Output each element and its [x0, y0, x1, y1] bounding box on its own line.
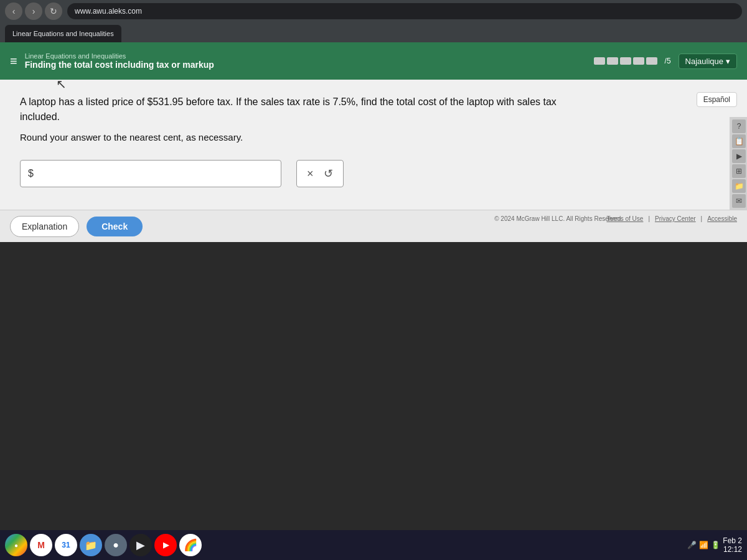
taskbar-youtube-icon[interactable]: ▶ [154, 534, 177, 556]
explanation-button[interactable]: Explanation [10, 216, 79, 237]
header-right: /5 Najaulique ▾ [594, 54, 737, 69]
dot-1 [594, 57, 605, 65]
header-title: Finding the total cost including tax or … [25, 60, 586, 70]
dot-2 [607, 57, 618, 65]
taskbar: ● M 31 📁 ● ▶ ▶ 🌈 🎤 📶 🔋 Feb 2 12:12 [0, 530, 747, 560]
help-icon[interactable]: ? [732, 119, 746, 133]
taskbar-files-icon[interactable]: 📁 [80, 534, 102, 556]
taskbar-calendar-icon[interactable]: 31 [55, 534, 77, 556]
terms-links: Terms of Use | Privacy Center | Accessib… [606, 215, 737, 222]
undo-button[interactable]: ↺ [324, 167, 333, 180]
menu-icon[interactable]: ≡ [10, 54, 17, 68]
round-text: Round your answer to the nearest cent, a… [20, 132, 727, 142]
taskbar-date: Feb 2 [723, 536, 742, 545]
taskbar-app-icon[interactable]: ● [105, 534, 127, 556]
taskbar-time: 12:12 [723, 545, 742, 554]
tab-label: Linear Equations and Inequalities [12, 30, 114, 37]
dot-5 [646, 57, 657, 65]
reload-button[interactable]: ↻ [45, 2, 62, 20]
battery-icon: 🔋 [711, 541, 720, 549]
folder-icon[interactable]: 📁 [732, 179, 746, 193]
answer-row: $ × ↺ [20, 160, 727, 187]
aleks-header: ≡ Linear Equations and Inequalities Find… [0, 42, 747, 80]
dollar-sign: $ [28, 168, 34, 179]
clear-button[interactable]: × [307, 167, 314, 180]
back-button[interactable]: ‹ [5, 2, 22, 20]
mic-icon: 🎤 [687, 541, 697, 549]
user-name: Najaulique [685, 57, 723, 66]
user-dropdown[interactable]: Najaulique ▾ [679, 54, 737, 69]
mail-icon[interactable]: ✉ [732, 194, 746, 208]
dot-3 [620, 57, 631, 65]
bottom-bar: Explanation Check © 2024 McGraw Hill LLC… [0, 210, 747, 242]
nav-buttons: ‹ › ↻ [5, 2, 62, 20]
taskbar-play-icon[interactable]: ▶ [129, 534, 152, 556]
notes-icon[interactable]: 📋 [732, 134, 746, 148]
accessible-link[interactable]: Accessible [707, 215, 737, 222]
header-subtitle: Linear Equations and Inequalities [25, 52, 586, 60]
privacy-link[interactable]: Privacy Center [655, 215, 696, 222]
active-tab[interactable]: Linear Equations and Inequalities [5, 25, 121, 42]
question-area: Español ? 📋 ▶ ⊞ 📁 ✉ A laptop has a liste… [0, 80, 747, 210]
tab-bar: Linear Equations and Inequalities [0, 22, 747, 42]
copyright-text: © 2024 McGraw Hill LLC. All Rights Reser… [494, 215, 622, 222]
url-text: www.awu.aleks.com [75, 7, 142, 16]
right-toolbar: ? 📋 ▶ ⊞ 📁 ✉ [730, 117, 747, 210]
espanol-button[interactable]: Español [697, 92, 737, 107]
address-bar[interactable]: www.awu.aleks.com [67, 3, 742, 19]
status-icons: 🎤 📶 🔋 [687, 541, 720, 549]
taskbar-datetime: Feb 2 12:12 [723, 536, 742, 554]
chevron-down-icon: ▾ [726, 57, 730, 66]
taskbar-photos-icon[interactable]: 🌈 [179, 534, 202, 556]
check-button[interactable]: Check [87, 217, 143, 236]
terms-link[interactable]: Terms of Use [606, 215, 643, 222]
taskbar-gmail-icon[interactable]: M [30, 534, 52, 556]
forward-button[interactable]: › [25, 2, 42, 20]
dot-4 [633, 57, 644, 65]
dollar-input-wrapper[interactable]: $ [20, 160, 281, 187]
play-icon[interactable]: ▶ [732, 149, 746, 163]
action-buttons: × ↺ [296, 160, 344, 187]
browser-chrome: ‹ › ↻ www.awu.aleks.com [0, 0, 747, 22]
progress-label: /5 [665, 57, 671, 65]
progress-dots [594, 57, 657, 65]
grid-icon[interactable]: ⊞ [732, 164, 746, 178]
taskbar-chrome-icon[interactable]: ● [5, 534, 27, 556]
header-text: Linear Equations and Inequalities Findin… [25, 52, 586, 70]
answer-input[interactable] [36, 168, 273, 179]
wifi-icon: 📶 [699, 541, 708, 549]
question-text: A laptop has a listed price of $531.95 b… [20, 95, 580, 124]
